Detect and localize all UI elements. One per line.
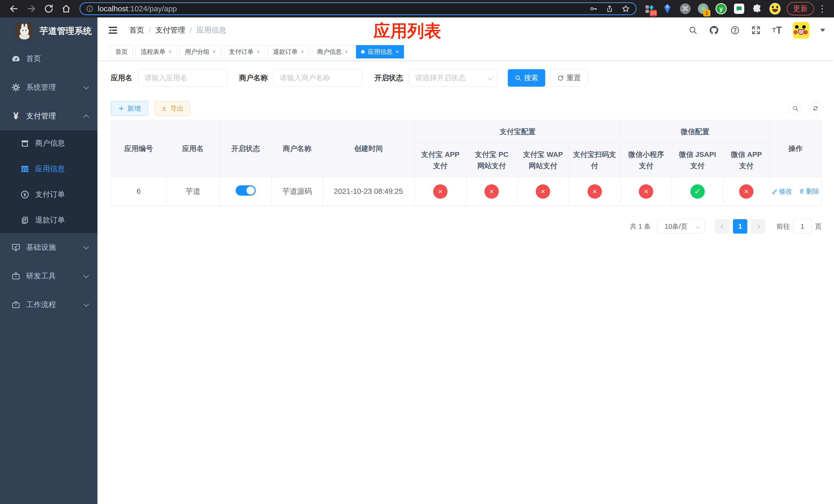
- sidebar-item-merchant-info[interactable]: 商户信息: [0, 131, 97, 156]
- toggle-search-button[interactable]: [789, 102, 802, 115]
- address-bar[interactable]: localhost:1024/pay/app: [80, 2, 637, 15]
- sidebar-item-dev-tools[interactable]: 研发工具: [0, 262, 97, 291]
- goto-page-input[interactable]: [793, 219, 812, 233]
- status-select-input[interactable]: [409, 69, 498, 87]
- password-key-icon[interactable]: [590, 5, 598, 13]
- sidebar-item-system[interactable]: 系统管理: [0, 73, 97, 102]
- sidebar-item-pay-orders[interactable]: ¥ 支付订单: [0, 182, 97, 207]
- close-icon[interactable]: ×: [169, 49, 172, 54]
- next-page-button[interactable]: [751, 219, 765, 233]
- wechat-mini-status-icon: ×: [639, 184, 653, 199]
- chevron-down-icon: [83, 244, 89, 250]
- sidebar-item-label: 系统管理: [26, 82, 56, 93]
- chevron-down-icon: [83, 84, 89, 90]
- prev-page-button[interactable]: [715, 219, 729, 233]
- browser-back-icon[interactable]: [7, 2, 21, 15]
- sidebar-item-label: 首页: [26, 53, 41, 64]
- fullscreen-icon[interactable]: [751, 25, 761, 36]
- extension-y-icon[interactable]: y: [716, 3, 727, 14]
- close-icon[interactable]: ×: [257, 49, 260, 54]
- tag-tab-user-group[interactable]: 用户分组×: [180, 45, 221, 59]
- browser-menu-icon[interactable]: ⋮: [815, 4, 829, 13]
- sidebar-item-app-info[interactable]: 应用信息: [0, 156, 97, 182]
- sidebar-item-payment[interactable]: ¥ 支付管理: [0, 102, 97, 131]
- site-info-icon[interactable]: [86, 5, 94, 13]
- extension-gem-icon[interactable]: [662, 3, 673, 14]
- edit-link[interactable]: 修改: [772, 187, 792, 196]
- add-button[interactable]: 新增: [111, 101, 148, 116]
- cell-status: [220, 177, 272, 206]
- total-count: 共 1 条: [630, 222, 651, 231]
- breadcrumb-payment[interactable]: 支付管理: [155, 25, 185, 36]
- briefcase-icon: [10, 299, 22, 311]
- extension-badge: 10: [650, 10, 657, 17]
- sidebar-collapse-icon[interactable]: [107, 25, 118, 36]
- browser-toolbar: localhost:1024/pay/app 10: [0, 0, 834, 18]
- tag-tab-refund-orders[interactable]: 退款订单×: [268, 45, 309, 59]
- help-icon[interactable]: [730, 25, 740, 36]
- extension-icons: 10 ⌘ 1 y: [644, 3, 781, 14]
- status-select[interactable]: [409, 69, 498, 87]
- browser-update-button[interactable]: 更新: [787, 2, 814, 15]
- navbar-actions: TT: [688, 22, 825, 39]
- col-merchant: 商户名称: [272, 120, 322, 177]
- extension-colorpick-icon[interactable]: 1: [698, 3, 709, 14]
- current-page-button[interactable]: 1: [733, 219, 747, 233]
- browser-home-icon[interactable]: [60, 2, 73, 15]
- wechat-jsapi-status-icon: ✓: [690, 184, 705, 199]
- share-icon[interactable]: [606, 5, 614, 13]
- profile-emoji-icon[interactable]: [769, 3, 781, 14]
- chevron-down-icon: [83, 301, 89, 307]
- page-content: 应用名 商户名称 开启状态 搜索 重置: [97, 69, 834, 233]
- font-size-icon[interactable]: TT: [772, 25, 782, 36]
- search-icon[interactable]: [688, 25, 698, 36]
- sidebar-item-workflow[interactable]: 工作流程: [0, 291, 97, 319]
- tag-tab-app-info[interactable]: 应用信息×: [356, 45, 404, 59]
- search-button[interactable]: 搜索: [508, 69, 545, 87]
- close-icon[interactable]: ×: [345, 49, 348, 54]
- close-icon[interactable]: ×: [213, 49, 216, 54]
- extension-chat-icon[interactable]: [733, 3, 745, 14]
- github-icon[interactable]: [709, 25, 719, 36]
- browser-forward-icon[interactable]: [25, 2, 38, 15]
- cell-actions: 修改 删除: [769, 177, 821, 206]
- col-group-alipay: 支付宝配置: [414, 120, 621, 143]
- browser-reload-icon[interactable]: [42, 2, 56, 15]
- col-alipay-pc: 支付宝 PC 网站支付: [466, 143, 517, 177]
- export-button[interactable]: 导出: [154, 101, 190, 116]
- sidebar-item-infra[interactable]: 基础设施: [0, 233, 97, 262]
- tag-tab-home[interactable]: 首页: [110, 45, 133, 59]
- gear-icon: [10, 82, 22, 93]
- tag-tab-pay-orders[interactable]: 支付订单×: [224, 45, 265, 59]
- bookmark-star-icon[interactable]: [621, 4, 630, 13]
- breadcrumb-home[interactable]: 首页: [129, 25, 144, 36]
- refresh-table-button[interactable]: [809, 102, 822, 115]
- dashboard-gauge-icon: [10, 53, 22, 64]
- app-table: 应用编号 应用名 开启状态 商户名称 创建时间 支付宝配置 微信配置 操作 支付…: [111, 120, 822, 206]
- sidebar-item-refund-orders[interactable]: 退款订单: [0, 207, 97, 233]
- shop-icon: [20, 138, 30, 148]
- extension-command-icon[interactable]: ⌘: [680, 3, 691, 14]
- merchant-name-input[interactable]: [273, 69, 362, 87]
- extensions-puzzle-icon[interactable]: [751, 3, 763, 14]
- tag-tab-process-form[interactable]: 流程表单×: [136, 45, 177, 59]
- delete-link[interactable]: 删除: [799, 187, 819, 196]
- user-avatar[interactable]: [793, 22, 809, 39]
- extension-grid-icon[interactable]: 10: [644, 3, 655, 14]
- tag-tab-merchant-info[interactable]: 商户信息×: [312, 45, 353, 59]
- table-row: 6 芋道 芋道源码 2021-10-23 08:49:25 × × × × × …: [111, 177, 822, 206]
- close-icon[interactable]: ×: [395, 49, 399, 54]
- svg-text:¥: ¥: [24, 192, 26, 198]
- avatar-dropdown-caret-icon[interactable]: [820, 29, 825, 32]
- chevron-down-icon: [83, 273, 89, 278]
- page-size-select[interactable]: 10条/页: [657, 219, 705, 233]
- sidebar-item-home[interactable]: 首页: [0, 44, 97, 73]
- status-toggle[interactable]: [236, 185, 256, 196]
- merchant-name-label: 商户名称: [239, 73, 268, 83]
- sidebar: 芋道管理系统 首页 系统管理 ¥ 支付管理 商户信息: [0, 18, 97, 504]
- reset-button[interactable]: 重置: [550, 69, 588, 87]
- grid-table-icon: [20, 164, 30, 174]
- app-logo-row[interactable]: 芋道管理系统: [0, 18, 97, 44]
- close-icon[interactable]: ×: [301, 49, 304, 54]
- app-name-input[interactable]: [138, 69, 227, 87]
